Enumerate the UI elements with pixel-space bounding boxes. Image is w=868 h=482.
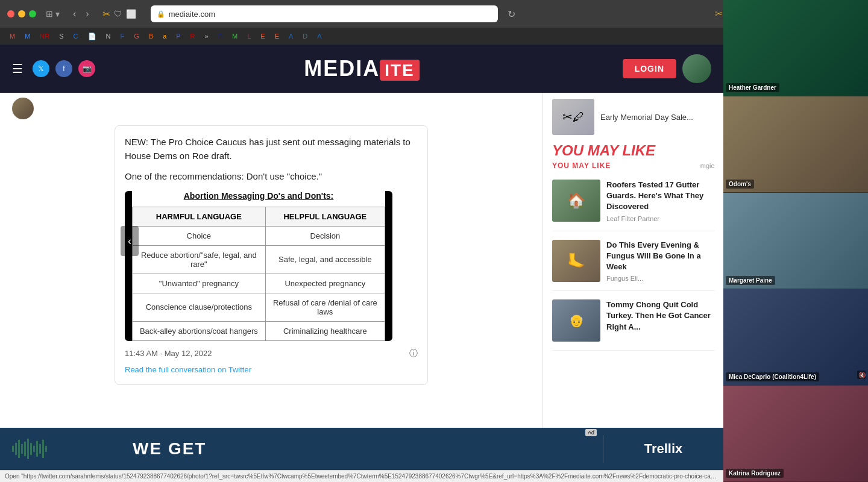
svg-rect-1: [15, 443, 17, 455]
honey-icon[interactable]: ✂: [102, 8, 110, 20]
trellix-logo-area: Trellix: [603, 435, 723, 463]
bookmark-p[interactable]: P: [172, 31, 184, 41]
social-icons: 𝕏 f 📷: [33, 60, 95, 77]
waveform-chart: [12, 437, 133, 461]
video-participant-3: Margaret Paine: [723, 193, 868, 289]
bookmark-A1[interactable]: A: [285, 31, 297, 41]
abortion-table: HARMFUL LANGUAGE HELPFUL LANGUAGE Choice…: [132, 207, 385, 341]
table-right-bar: [385, 191, 392, 341]
facebook-icon[interactable]: f: [55, 60, 72, 77]
mic-muted-icon: 🔇: [857, 371, 866, 381]
bookmark-gmail-2[interactable]: M: [21, 31, 34, 41]
table-row-3: Conscience clause/protectionsRefusal of …: [133, 293, 385, 321]
table-header-harmful: HARMFUL LANGUAGE: [133, 207, 266, 226]
bookmark-A2[interactable]: A: [313, 31, 325, 41]
bookmark-gmail-1[interactable]: M: [6, 31, 19, 41]
table-row-1: Reduce abortion/"safe, legal, and rare"S…: [133, 245, 385, 274]
site-header: ☰ 𝕏 f 📷 MEDIAITE LOGIN: [0, 45, 723, 93]
table-row-4: Back-alley abortions/coat hangersCrimina…: [133, 321, 385, 340]
video-participant-4: Mica DeCaprio (Coalition4Life) 🔇: [723, 289, 868, 386]
bookmark-E2[interactable]: E: [271, 31, 283, 41]
instagram-icon[interactable]: 📷: [78, 60, 95, 77]
maximize-button[interactable]: [29, 10, 36, 17]
svg-rect-5: [27, 439, 29, 459]
table-header-helpful: HELPFUL LANGUAGE: [265, 207, 385, 226]
back-button[interactable]: ‹: [69, 7, 80, 20]
lock-icon: 🔒: [157, 10, 165, 18]
logo-ite-badge: ITE: [380, 60, 420, 81]
article-area: ‹ NEW: The Pro Choice Caucus has just se…: [0, 93, 542, 482]
you-may-like-title: YOU MAY LIKE: [552, 142, 714, 159]
svg-rect-10: [42, 440, 44, 458]
table-cell-harmful-3: Conscience clause/protections: [133, 293, 266, 321]
prev-nav-button[interactable]: ‹: [121, 226, 139, 256]
ad-image-3: 👴: [552, 299, 600, 342]
bookmark-n[interactable]: N: [102, 31, 115, 41]
video-participant-2: Odom's: [723, 96, 868, 193]
reload-icon[interactable]: ↻: [508, 8, 515, 20]
bookmark-r[interactable]: R: [187, 31, 199, 41]
bookmark-s[interactable]: S: [55, 31, 67, 41]
honey-ext-icon[interactable]: ✂: [715, 8, 723, 19]
twitter-icon[interactable]: 𝕏: [33, 60, 49, 77]
video-participant-1: Heather Gardner: [723, 0, 868, 96]
user-avatar: [682, 54, 711, 83]
participant-3-name: Margaret Paine: [726, 276, 775, 285]
bookmark-L[interactable]: L: [244, 31, 254, 41]
bookmark-f[interactable]: F: [116, 31, 128, 41]
table-cell-helpful-1: Safe, legal, and accessible: [265, 245, 385, 274]
bookmark-nr[interactable]: NR: [36, 31, 53, 41]
sidebar-toggle-icon[interactable]: ⊞: [46, 9, 53, 19]
memorial-ad-image: ✂🖊: [552, 99, 594, 135]
abortion-table-container: Abortion Messaging Do's and Don'ts: HARM…: [132, 191, 385, 341]
hamburger-menu-icon[interactable]: ☰: [12, 61, 23, 76]
shield-icon[interactable]: 🛡: [114, 9, 122, 19]
bookmark-E1[interactable]: E: [257, 31, 268, 41]
table-cell-helpful-3: Refusal of care /denial of care laws: [265, 293, 385, 321]
ad-title-3: Tommy Chong Quit Cold Turkey. Then He Go…: [606, 299, 714, 333]
svg-rect-9: [39, 444, 41, 454]
address-bar[interactable]: 🔒 mediaite.com: [151, 5, 498, 22]
ad-badge: Ad: [585, 429, 597, 436]
page-layout: ‹ NEW: The Pro Choice Caucus has just se…: [0, 93, 723, 482]
memorial-ad[interactable]: ✂🖊 Early Memorial Day Sale...: [552, 99, 714, 135]
read-full-link[interactable]: Read the full conversation on Twitter: [125, 365, 251, 374]
participant-2-name: Odom's: [726, 180, 754, 189]
participant-1-name: Heather Gardner: [726, 83, 779, 92]
svg-text:🔇: 🔇: [858, 371, 866, 379]
bookmark-google[interactable]: G: [130, 31, 143, 41]
sidebar-chevron-icon[interactable]: ▾: [55, 9, 60, 19]
svg-rect-7: [33, 446, 35, 452]
participant-4-name: Mica DeCaprio (Coalition4Life): [726, 372, 819, 381]
info-icon[interactable]: ⓘ: [409, 348, 418, 359]
table-cell-helpful-0: Decision: [265, 226, 385, 245]
ad-text-3: Tommy Chong Quit Cold Turkey. Then He Go…: [606, 299, 714, 342]
bottom-ad-text: WE GET: [133, 439, 206, 459]
tab-icon[interactable]: ⬜: [126, 9, 136, 19]
logo-media-text: MEDIA: [304, 56, 380, 81]
svg-rect-2: [18, 440, 20, 458]
bookmark-c[interactable]: C: [70, 31, 82, 41]
login-button[interactable]: LOGIN: [623, 59, 676, 78]
ad-item-2[interactable]: 🦶 Do This Every Evening & Fungus Will Be…: [552, 240, 714, 292]
bookmark-docs[interactable]: 📄: [84, 31, 100, 42]
tweet-text-2: One of the recommendations: Don't use "c…: [125, 170, 418, 184]
ad-title-1: Roofers Tested 17 Gutter Guards. Here's …: [606, 180, 714, 213]
ad-item-1[interactable]: 🏠 Roofers Tested 17 Gutter Guards. Here'…: [552, 180, 714, 231]
svg-rect-3: [21, 444, 23, 454]
sidebar: ✂🖊 Early Memorial Day Sale... YOU MAY LI…: [542, 93, 723, 482]
bottom-ad-banner[interactable]: Ad WE GET Trellix: [0, 428, 723, 470]
bookmark-D[interactable]: D: [299, 31, 311, 41]
ad-image-2: 🦶: [552, 240, 600, 282]
svg-rect-8: [36, 441, 38, 457]
minimize-button[interactable]: [18, 10, 25, 17]
ad-title-2: Do This Every Evening & Fungus Will Be G…: [606, 240, 714, 273]
forward-button[interactable]: ›: [82, 7, 92, 20]
bookmark-b[interactable]: B: [145, 31, 157, 41]
ad-item-3[interactable]: 👴 Tommy Chong Quit Cold Turkey. Then He …: [552, 299, 714, 351]
close-button[interactable]: [7, 10, 14, 17]
bookmark-B2[interactable]: B: [215, 31, 226, 41]
bookmark-M2[interactable]: M: [228, 31, 241, 41]
bookmark-amazon[interactable]: a: [159, 31, 170, 41]
bookmark-chevron[interactable]: »: [201, 31, 212, 41]
